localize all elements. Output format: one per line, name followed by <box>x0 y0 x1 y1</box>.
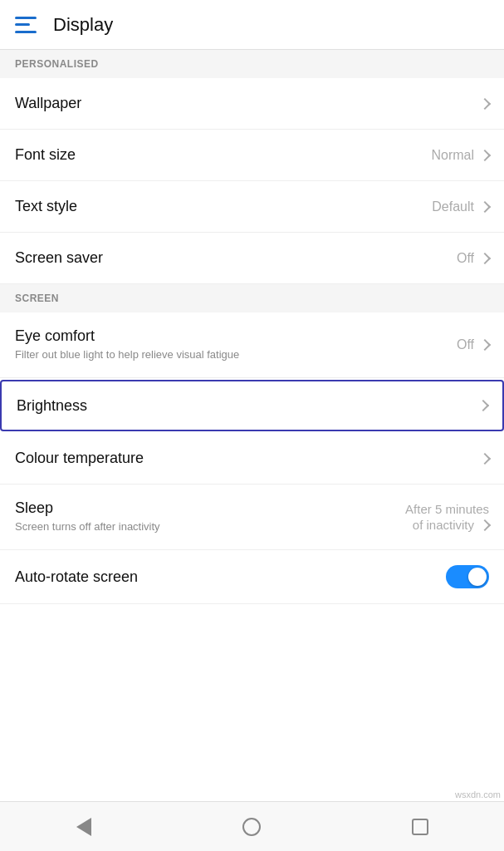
list-item-screen-saver[interactable]: Screen saverOff <box>0 233 504 284</box>
section-header-personalised: PERSONALISED <box>0 50 504 78</box>
list-item-right-text-style: Default <box>432 199 489 214</box>
list-item-eye-comfort[interactable]: Eye comfortFilter out blue light to help… <box>0 312 504 378</box>
list-item-right-sleep: After 5 minutesof inactivity <box>405 501 489 534</box>
toggle-thumb-auto-rotate <box>468 568 487 586</box>
list-item-left-font-size: Font size <box>15 146 431 164</box>
list-item-label-eye-comfort: Eye comfort <box>15 327 457 345</box>
list-item-right-brightness <box>476 401 487 410</box>
list-item-value-text-style: Default <box>432 199 474 214</box>
sleep-value-line2: of inactivity <box>413 517 474 534</box>
chevron-screen-saver <box>479 252 491 263</box>
page-title: Display <box>53 14 113 36</box>
list-item-value-eye-comfort: Off <box>457 337 474 352</box>
recents-button[interactable] <box>399 806 441 848</box>
list-item-left-sleep: SleepScreen turns off after inactivity <box>15 499 405 534</box>
list-item-left-eye-comfort: Eye comfortFilter out blue light to help… <box>15 327 457 362</box>
list-item-wallpaper[interactable]: Wallpaper <box>0 78 504 130</box>
list-item-sublabel-sleep: Screen turns off after inactivity <box>15 519 264 534</box>
main-content: PERSONALISEDWallpaperFont sizeNormalText… <box>0 50 504 662</box>
list-item-label-font-size: Font size <box>15 146 431 164</box>
list-item-label-screen-saver: Screen saver <box>15 249 457 267</box>
recents-icon <box>412 819 428 835</box>
chevron-sleep <box>479 519 491 531</box>
list-item-sleep[interactable]: SleepScreen turns off after inactivityAf… <box>0 485 504 550</box>
menu-icon[interactable] <box>15 17 37 33</box>
list-item-left-brightness: Brightness <box>17 397 476 415</box>
back-button[interactable] <box>63 806 105 848</box>
sleep-value-line1: After 5 minutes <box>405 501 489 518</box>
list-item-value-font-size: Normal <box>431 148 474 163</box>
list-item-label-text-style: Text style <box>15 198 432 215</box>
back-icon <box>76 818 91 836</box>
list-item-value-screen-saver: Off <box>457 251 474 266</box>
list-item-label-colour-temperature: Colour temperature <box>15 450 477 467</box>
chevron-wallpaper <box>479 97 491 109</box>
chevron-brightness <box>477 400 489 411</box>
watermark: wsxdn.com <box>455 790 501 799</box>
list-item-right-screen-saver: Off <box>457 251 489 266</box>
home-icon <box>242 818 261 836</box>
list-item-colour-temperature[interactable]: Colour temperature <box>0 433 504 485</box>
section-header-screen: SCREEN <box>0 284 504 312</box>
list-item-left-colour-temperature: Colour temperature <box>15 450 477 467</box>
list-item-right-wallpaper <box>477 100 489 108</box>
chevron-eye-comfort <box>479 339 491 351</box>
list-item-label-brightness: Brightness <box>17 397 476 415</box>
list-item-label-auto-rotate: Auto-rotate screen <box>15 568 446 586</box>
list-item-left-text-style: Text style <box>15 198 432 215</box>
list-item-right-colour-temperature <box>477 455 489 463</box>
home-button[interactable] <box>231 806 272 848</box>
list-item-brightness[interactable]: Brightness <box>0 380 504 431</box>
list-item-label-wallpaper: Wallpaper <box>15 95 477 112</box>
list-item-right-auto-rotate[interactable] <box>446 565 489 588</box>
list-item-sublabel-eye-comfort: Filter out blue light to help relieve vi… <box>15 347 264 362</box>
list-item-left-auto-rotate: Auto-rotate screen <box>15 568 446 586</box>
list-item-label-sleep: Sleep <box>15 499 405 517</box>
bottom-nav <box>0 801 504 851</box>
list-item-text-style[interactable]: Text styleDefault <box>0 181 504 233</box>
list-item-right-font-size: Normal <box>431 148 489 163</box>
list-item-auto-rotate[interactable]: Auto-rotate screen <box>0 550 504 604</box>
list-item-left-wallpaper: Wallpaper <box>15 95 477 112</box>
header: Display <box>0 0 504 50</box>
list-item-left-screen-saver: Screen saver <box>15 249 457 267</box>
chevron-text-style <box>479 200 491 212</box>
toggle-auto-rotate[interactable] <box>446 565 489 588</box>
chevron-font-size <box>479 149 491 160</box>
list-item-right-eye-comfort: Off <box>457 337 489 352</box>
chevron-colour-temperature <box>479 453 491 465</box>
list-item-font-size[interactable]: Font sizeNormal <box>0 130 504 181</box>
